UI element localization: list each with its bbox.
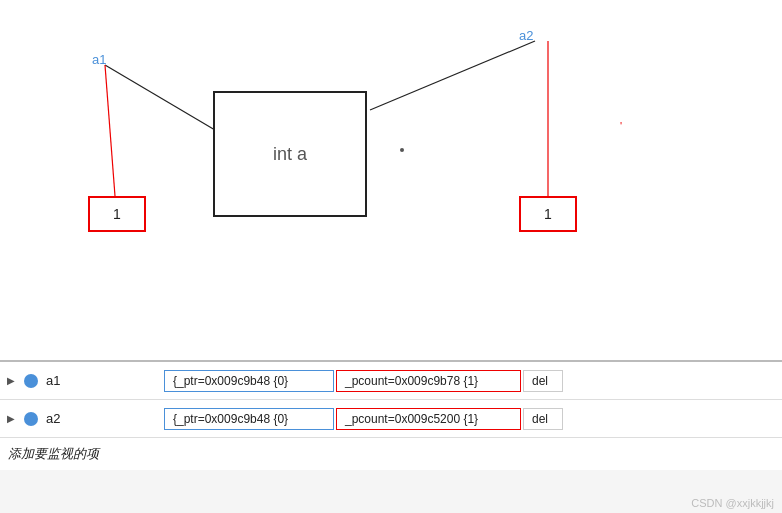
watch-cell-red-a1: _pcount=0x009c9b78 {1} bbox=[336, 370, 521, 392]
label-a2: a2 bbox=[519, 28, 533, 43]
watch-cell-red-a2: _pcount=0x009c5200 {1} bbox=[336, 408, 521, 430]
watch-name-a2: a2 bbox=[44, 411, 164, 426]
watch-row-a2: ▶ a2 {_ptr=0x009c9b48 {0} _pcount=0x009c… bbox=[0, 400, 782, 438]
watch-cell-blue-a1: {_ptr=0x009c9b48 {0} bbox=[164, 370, 334, 392]
watch-cell-blue-a2: {_ptr=0x009c9b48 {0} bbox=[164, 408, 334, 430]
add-watch-row[interactable]: 添加要监视的项 bbox=[0, 438, 782, 470]
svg-line-0 bbox=[105, 65, 215, 130]
int-box-label: int a bbox=[273, 144, 307, 165]
label-a1: a1 bbox=[92, 52, 106, 67]
watch-cell-del-a2: del bbox=[523, 408, 563, 430]
red-box-right: 1 bbox=[519, 196, 577, 232]
watch-row-a1: ▶ a1 {_ptr=0x009c9b48 {0} _pcount=0x009c… bbox=[0, 362, 782, 400]
watch-icon-a2 bbox=[24, 412, 38, 426]
watch-name-a1: a1 bbox=[44, 373, 164, 388]
red-box-left: 1 bbox=[88, 196, 146, 232]
add-watch-label: 添加要监视的项 bbox=[8, 445, 99, 463]
red-tick: ' bbox=[620, 120, 622, 132]
svg-line-2 bbox=[370, 41, 535, 110]
diagram-area: int a a1 a2 1 1 ' bbox=[0, 0, 782, 360]
int-box: int a bbox=[213, 91, 367, 217]
watch-toggle-a1[interactable]: ▶ bbox=[0, 375, 18, 386]
diagram-lines bbox=[0, 0, 782, 360]
watch-icon-a1 bbox=[24, 374, 38, 388]
red-box-left-value: 1 bbox=[113, 206, 121, 222]
red-box-right-value: 1 bbox=[544, 206, 552, 222]
watch-cell-del-a1: del bbox=[523, 370, 563, 392]
svg-line-1 bbox=[105, 65, 115, 196]
watch-panel: ▶ a1 {_ptr=0x009c9b48 {0} _pcount=0x009c… bbox=[0, 362, 782, 513]
watermark: CSDN @xxjkkjjkj bbox=[691, 497, 774, 509]
watch-toggle-a2[interactable]: ▶ bbox=[0, 413, 18, 424]
diagram-dot bbox=[400, 148, 404, 152]
